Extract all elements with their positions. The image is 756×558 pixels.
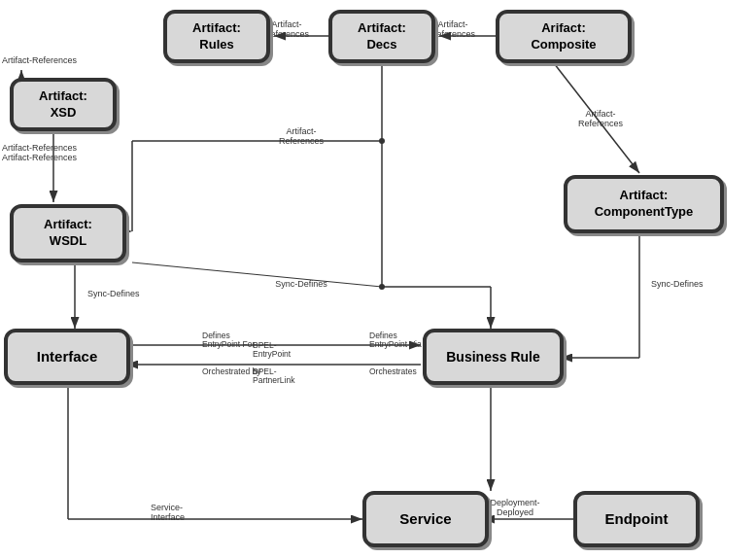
svg-text:EntryPoint For: EntryPoint For <box>202 339 255 349</box>
endpoint-node: Endpoint <box>573 491 700 547</box>
artifact-rules-node: Artifact:Rules <box>163 10 270 63</box>
svg-text:Artifact-: Artifact- <box>286 126 316 136</box>
endpoint-label: Endpoint <box>605 509 669 529</box>
svg-line-30 <box>132 233 382 287</box>
artifact-wsdl-node: Artifact:WSDL <box>10 204 126 262</box>
interface-node: Interface <box>4 329 130 385</box>
business-rule-label: Business Rule <box>446 348 539 366</box>
artifact-componenttype-label: Artifact:ComponentType <box>595 188 694 221</box>
svg-text:Artifact-References: Artifact-References <box>2 143 78 153</box>
svg-text:Interface: Interface <box>151 512 185 522</box>
artifact-decs-label: Artifact:Decs <box>358 20 406 53</box>
artifact-composite-node: Arifact:Composite <box>496 10 632 63</box>
diagram-container: Artifact- References Artifact- Reference… <box>0 0 756 558</box>
svg-line-31 <box>132 262 382 287</box>
svg-text:EntryPoint Via: EntryPoint Via <box>369 339 422 349</box>
svg-text:Artifact-: Artifact- <box>271 19 301 29</box>
svg-text:EntryPoint: EntryPoint <box>253 349 292 359</box>
artifact-composite-label: Arifact:Composite <box>531 20 596 53</box>
svg-text:Artifact-: Artifact- <box>437 19 467 29</box>
artifact-rules-label: Artifact:Rules <box>192 20 241 53</box>
svg-text:Sync-Defines: Sync-Defines <box>87 289 140 298</box>
svg-text:References: References <box>578 119 624 128</box>
artifact-wsdl-label: Artifact:WSDL <box>44 217 92 250</box>
svg-text:Artifact-References: Artifact-References <box>2 153 78 162</box>
artifact-xsd-node: Artifact:XSD <box>10 78 117 131</box>
svg-text:References: References <box>264 29 310 39</box>
svg-text:Sync-Defines: Sync-Defines <box>651 279 704 289</box>
svg-text:Artifact-References: Artifact-References <box>2 55 78 65</box>
svg-text:Artifact-: Artifact- <box>585 109 615 119</box>
service-node: Service <box>362 491 489 547</box>
svg-text:References: References <box>279 136 325 146</box>
interface-label: Interface <box>37 347 98 366</box>
svg-text:Deployed: Deployed <box>497 507 533 517</box>
svg-text:PartnerLink: PartnerLink <box>253 375 295 385</box>
artifact-componenttype-node: Artifact:ComponentType <box>564 175 724 233</box>
artifact-xsd-label: Artifact:XSD <box>39 88 87 122</box>
business-rule-node: Business Rule <box>423 329 564 385</box>
svg-text:Orchestrates: Orchestrates <box>369 366 417 376</box>
artifact-decs-node: Artifact:Decs <box>328 10 435 63</box>
service-label: Service <box>399 509 451 529</box>
svg-text:Deployment-: Deployment- <box>490 498 539 507</box>
svg-text:Service-: Service- <box>151 503 183 512</box>
svg-text:References: References <box>430 29 476 39</box>
